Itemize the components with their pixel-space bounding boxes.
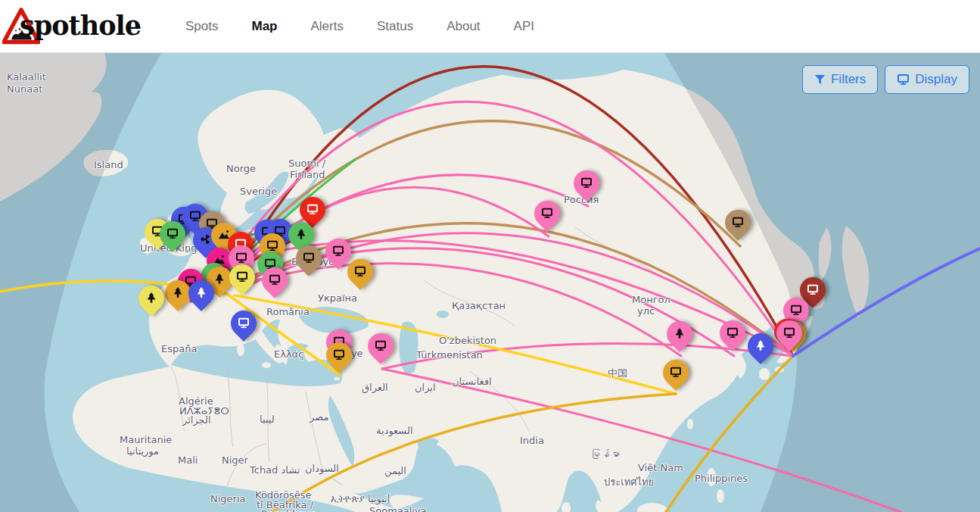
map-marker[interactable] <box>776 320 803 353</box>
monitor-icon <box>306 203 319 215</box>
map-marker[interactable] <box>188 280 215 313</box>
monitor-icon <box>783 326 795 339</box>
map-controls: Filters Display <box>802 65 969 94</box>
map-marker[interactable] <box>719 320 746 353</box>
tree-icon <box>195 286 207 298</box>
nav-spots[interactable]: Spots <box>185 19 218 34</box>
display-monitor-icon <box>897 73 910 86</box>
monitor-icon <box>332 245 344 257</box>
monitor-icon <box>269 273 281 286</box>
tree-icon <box>674 327 686 339</box>
main-nav: Spots Map Alerts Status About API <box>185 19 534 34</box>
monitor-icon <box>303 251 315 264</box>
nav-status[interactable]: Status <box>377 19 413 34</box>
map-marker[interactable] <box>325 342 353 375</box>
map-marker[interactable] <box>138 286 165 318</box>
map-canvas[interactable]: KalaallitNunaatÍslandNorgeSuomi /Finland… <box>0 53 980 512</box>
monitor-icon <box>670 366 682 378</box>
monitor-icon <box>236 270 248 283</box>
monitor-icon <box>266 239 278 251</box>
filters-button[interactable]: Filters <box>802 65 878 94</box>
filter-funnel-icon <box>814 74 826 86</box>
map-marker[interactable] <box>347 259 374 292</box>
display-button[interactable]: Display <box>885 65 969 94</box>
map-marker[interactable] <box>367 333 394 366</box>
nav-alerts[interactable]: Alerts <box>310 19 343 34</box>
map-marker[interactable] <box>747 333 774 366</box>
monitor-icon <box>732 216 744 228</box>
header: spothole Spots Map Alerts Status About A… <box>0 0 980 53</box>
monitor-icon <box>333 348 345 361</box>
map-marker[interactable] <box>230 311 257 343</box>
tree-icon <box>754 339 767 351</box>
map-marker[interactable] <box>261 267 288 300</box>
monitor-icon <box>726 326 739 339</box>
monitor-icon <box>580 176 593 189</box>
tree-icon <box>213 273 226 285</box>
tree-icon <box>295 228 307 240</box>
monitor-icon <box>375 339 387 351</box>
map-marker[interactable] <box>666 321 693 354</box>
monitor-icon <box>807 283 819 295</box>
map-marker[interactable] <box>159 221 186 254</box>
monitor-icon <box>541 207 553 219</box>
monitor-icon <box>790 304 802 316</box>
tree-icon <box>172 286 184 298</box>
map-marker[interactable] <box>573 170 600 203</box>
monitor-icon <box>235 251 247 264</box>
map-marker[interactable] <box>662 360 689 392</box>
nav-about[interactable]: About <box>446 19 480 34</box>
map-markers <box>0 53 980 512</box>
nav-api[interactable]: API <box>514 19 534 34</box>
nav-map[interactable]: Map <box>251 19 277 34</box>
tree-icon <box>145 292 157 304</box>
monitor-icon <box>354 265 366 277</box>
map-marker[interactable] <box>295 245 322 278</box>
brand-logo[interactable]: spothole <box>0 0 151 53</box>
monitor-icon <box>166 227 179 239</box>
map-marker[interactable] <box>229 264 256 297</box>
brand-name: spothole <box>20 10 141 41</box>
monitor-icon <box>238 317 250 329</box>
map-marker[interactable] <box>724 210 751 242</box>
map-marker[interactable] <box>534 201 561 233</box>
